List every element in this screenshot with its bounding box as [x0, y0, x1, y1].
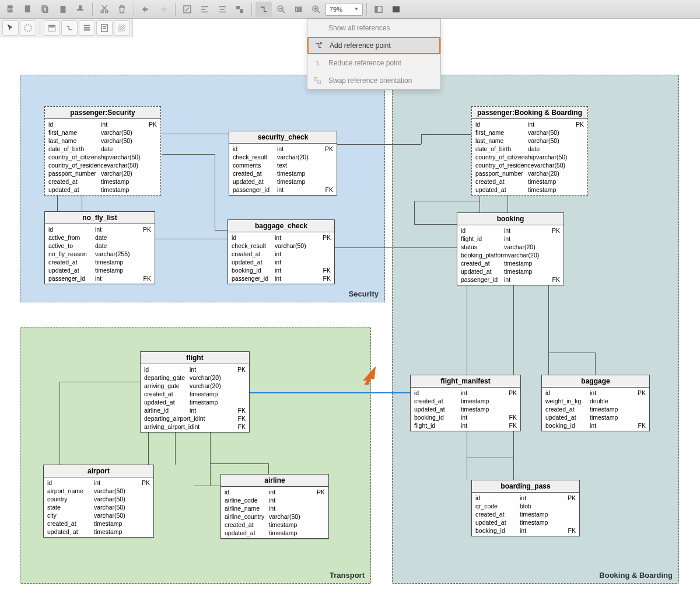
entity-no-fly-list[interactable]: no_fly_listidintPKactive_fromdateactive_…: [44, 211, 155, 284]
entity-airline[interactable]: airlineidintPKairline_codeintairline_nam…: [220, 474, 329, 539]
entity-column: first_namevarchar(50): [45, 128, 160, 137]
entity-column: updated_attimestamp: [221, 529, 328, 537]
entity-baggage-check[interactable]: baggage_checkidintPKcheck_resultvarchar(…: [228, 219, 335, 284]
paste-icon[interactable]: [55, 2, 71, 17]
entity-passenger-booking[interactable]: passenger:Booking & BoardingidintPKfirst…: [471, 106, 588, 196]
entity-column: date_of_birthdate: [472, 145, 587, 153]
entity-security-check[interactable]: security_checkidintPKcheck_resultvarchar…: [229, 131, 337, 196]
entity-column: check_resultvarchar(20): [229, 153, 337, 161]
relation-tool-icon[interactable]: [61, 20, 78, 36]
svg-point-6: [101, 10, 104, 13]
new-item-icon[interactable]: [20, 2, 36, 17]
connector-selected[interactable]: [250, 392, 410, 393]
entity-column: commentstext: [229, 161, 337, 169]
menu-label: Add reference point: [330, 41, 391, 50]
connector: [467, 428, 467, 480]
menu-swap-reference-orientation[interactable]: Swap reference orientation: [307, 72, 440, 89]
fill-tool-icon[interactable]: [114, 20, 130, 36]
list-tool-icon[interactable]: [79, 20, 95, 36]
entity-column: created_attimestamp: [141, 390, 249, 398]
connector: [194, 486, 222, 486]
zoom-out-icon[interactable]: [273, 2, 289, 17]
arrange-icon[interactable]: [232, 2, 248, 17]
entity-column: idintPK: [221, 488, 328, 496]
zoom-select[interactable]: 79% ▼: [326, 3, 363, 16]
chevron-down-icon: ▼: [354, 6, 359, 12]
cut-icon[interactable]: [96, 2, 113, 17]
entity-column: created_attimestamp: [472, 510, 579, 518]
entity-column: cityvarchar(50): [44, 511, 153, 519]
delete-icon[interactable]: [114, 2, 130, 17]
connector: [414, 201, 480, 201]
connector: [162, 134, 239, 134]
entity-column: first_namevarchar(50): [472, 128, 587, 137]
entity-column: country_of_residencevarchar(50): [45, 161, 160, 169]
pointer-tool-icon[interactable]: [2, 20, 19, 36]
entity-boarding-pass[interactable]: boarding_passidintPKqr_codeblobcreated_a…: [471, 480, 580, 536]
svg-point-26: [320, 43, 322, 44]
note-tool-icon[interactable]: [96, 20, 113, 36]
entity-flight-manifest[interactable]: flight_manifestidintPKcreated_attimestam…: [410, 375, 521, 431]
diagram-canvas[interactable]: Security Transport Booking & Boarding: [0, 37, 700, 593]
entity-passenger-security[interactable]: passenger:SecurityidintPKfirst_namevarch…: [44, 106, 161, 196]
entity-column: last_namevarchar(50): [45, 137, 160, 145]
entity-airport[interactable]: airportidintPKairport_namevarchar(50)cou…: [43, 465, 154, 538]
entity-title: airport: [44, 465, 153, 477]
entity-title: flight: [141, 352, 249, 364]
redo-icon[interactable]: [155, 2, 172, 17]
doc-icon[interactable]: DOC: [2, 2, 19, 17]
entity-booking[interactable]: bookingidintPKflight_idintstatusvarchar(…: [457, 212, 564, 285]
connector: [210, 425, 211, 486]
menu-add-reference-point[interactable]: Add reference point: [307, 37, 440, 54]
align-center-icon[interactable]: [214, 2, 230, 17]
connector: [215, 230, 228, 231]
zoom-fit-icon[interactable]: 1:1: [290, 2, 307, 17]
connector: [421, 134, 422, 144]
copy-icon[interactable]: [37, 2, 54, 17]
marquee-tool-icon[interactable]: [20, 20, 36, 36]
region-label: Security: [349, 289, 379, 298]
align-left-icon[interactable]: [197, 2, 213, 17]
svg-text:DOC: DOC: [8, 8, 15, 11]
entity-column: idintPK: [542, 389, 649, 397]
entity-column: created_attimestamp: [542, 405, 649, 413]
entity-column: arriving_airport_idintFK: [141, 423, 249, 431]
entity-flight[interactable]: flightidintPKdeparting_gatevarchar(20)ar…: [140, 351, 250, 432]
connector-dropdown-icon[interactable]: [256, 2, 272, 17]
entity-column: updated_attimestamp: [457, 267, 564, 275]
entity-column: country_of_citizenshipvarchar(50): [45, 153, 160, 161]
stamp-icon[interactable]: [72, 2, 89, 17]
entity-column: passport_numbervarchar(20): [472, 169, 587, 177]
svg-rect-18: [25, 25, 32, 31]
entity-column: created_attimestamp: [472, 177, 587, 186]
undo-icon[interactable]: [138, 2, 154, 17]
entity-column: created_attimestamp: [45, 177, 160, 186]
entity-column: passenger_idintFK: [228, 274, 334, 282]
menu-reduce-reference-point[interactable]: Reduce reference point: [307, 54, 440, 72]
connector: [60, 382, 142, 382]
menu-show-all-references[interactable]: Show all references: [307, 19, 440, 37]
entity-column: departing_gatevarchar(20): [141, 374, 249, 382]
entity-baggage[interactable]: baggageidintPKweight_in_kgdoublecreated_…: [541, 375, 650, 431]
entity-column: created_attimestamp: [221, 521, 328, 529]
panel-right-icon[interactable]: [388, 2, 404, 17]
entity-column: updated_attimestamp: [472, 186, 587, 194]
entity-column: idintPK: [141, 365, 249, 374]
connector: [337, 144, 421, 145]
svg-rect-23: [84, 29, 90, 30]
svg-rect-17: [393, 6, 400, 12]
entity-column: updated_atint: [228, 258, 334, 266]
edit-icon[interactable]: [179, 2, 195, 17]
connector: [467, 458, 513, 458]
svg-rect-25: [118, 25, 125, 32]
swap-ref-icon: [312, 75, 323, 86]
panel-left-icon[interactable]: [370, 2, 387, 17]
entity-column: last_namevarchar(50): [472, 137, 587, 145]
region-label: Transport: [330, 571, 365, 580]
entity-column: statevarchar(50): [44, 503, 153, 511]
zoom-in-icon[interactable]: [308, 2, 324, 17]
entity-column: airline_nameint: [221, 504, 328, 512]
entity-column: passenger_idintFK: [457, 275, 564, 284]
svg-rect-27: [314, 78, 317, 81]
table-tool-icon[interactable]: [44, 20, 60, 36]
